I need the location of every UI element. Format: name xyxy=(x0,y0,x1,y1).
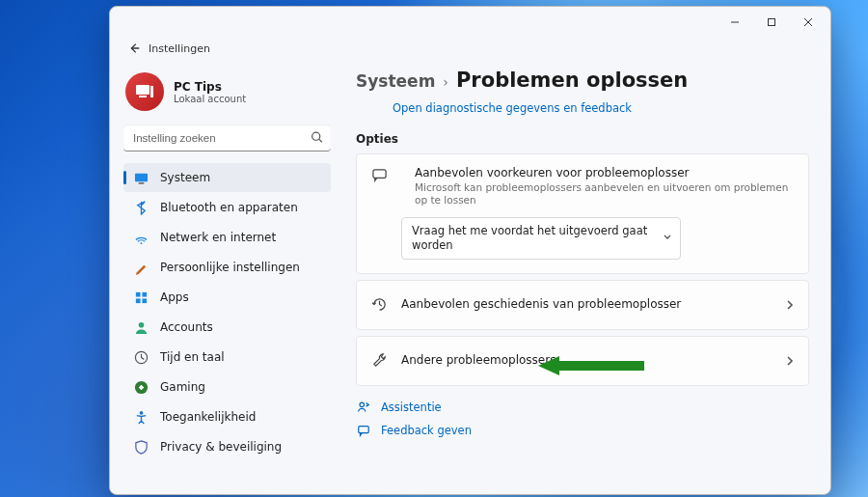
svg-point-22 xyxy=(360,402,364,406)
other-troubleshooters-row[interactable]: Andere probleemoplossers xyxy=(356,336,809,386)
avatar xyxy=(125,72,164,111)
wrench-icon xyxy=(370,352,388,370)
history-icon xyxy=(370,296,388,314)
titlebar xyxy=(110,7,830,38)
sidebar-item-privacy[interactable]: Privacy & beveiliging xyxy=(123,432,331,461)
sidebar-item-apps[interactable]: Apps xyxy=(123,283,331,312)
system-icon xyxy=(133,170,149,185)
sidebar-item-label: Apps xyxy=(160,290,189,304)
sidebar-item-label: Gaming xyxy=(160,380,205,394)
back-button[interactable] xyxy=(123,38,145,59)
profile-subtitle: Lokaal account xyxy=(174,94,246,104)
svg-rect-16 xyxy=(142,298,147,303)
search-box[interactable] xyxy=(123,124,331,152)
maximize-button[interactable] xyxy=(753,9,790,36)
history-row[interactable]: Aanbevolen geschiedenis van probleemoplo… xyxy=(356,280,809,330)
svg-rect-13 xyxy=(135,291,140,296)
sidebar-item-label: Accounts xyxy=(160,320,213,334)
sidebar-item-label: Persoonlijke instellingen xyxy=(160,261,300,274)
privacy-icon xyxy=(133,439,149,455)
breadcrumb-parent[interactable]: Systeem xyxy=(356,71,435,91)
svg-point-20 xyxy=(139,410,143,414)
sidebar: PC Tips Lokaal account Systeem xyxy=(110,59,340,494)
svg-rect-5 xyxy=(136,85,149,95)
chevron-right-icon xyxy=(785,351,795,370)
time-icon xyxy=(133,349,149,365)
sidebar-item-label: Tijd en taal xyxy=(160,350,225,364)
svg-rect-21 xyxy=(372,169,385,178)
breadcrumb-separator: › xyxy=(443,74,448,90)
svg-rect-11 xyxy=(138,182,144,183)
svg-rect-6 xyxy=(139,96,147,97)
sidebar-item-label: Toegankelijkheid xyxy=(160,410,256,424)
help-link[interactable]: Assistentie xyxy=(356,400,809,415)
svg-rect-14 xyxy=(142,291,147,296)
feedback-link[interactable]: Feedback geven xyxy=(356,423,809,438)
sidebar-item-label: Netwerk en internet xyxy=(160,231,276,244)
network-icon xyxy=(133,230,149,245)
help-icon xyxy=(356,400,371,415)
svg-point-17 xyxy=(138,321,144,327)
sidebar-item-accessibility[interactable]: Toegankelijkheid xyxy=(123,402,331,431)
feedback-label: Feedback geven xyxy=(381,424,472,437)
accessibility-icon xyxy=(133,409,149,425)
help-label: Assistentie xyxy=(381,400,442,414)
svg-rect-1 xyxy=(769,19,775,26)
nav-list: Systeem Bluetooth en apparaten Netwerk e… xyxy=(123,163,331,461)
apps-icon xyxy=(133,290,149,305)
pref-selected: Vraag het me voordat het uitgevoerd gaat… xyxy=(412,224,647,252)
sidebar-item-time-language[interactable]: Tijd en taal xyxy=(123,343,331,372)
row-title: Aanbevolen geschiedenis van probleemoplo… xyxy=(401,297,777,313)
chat-icon xyxy=(370,166,388,183)
sidebar-item-label: Privacy & beveiliging xyxy=(160,440,282,454)
settings-window: Instellingen PC Tips Lokaal account xyxy=(109,6,831,495)
bluetooth-icon xyxy=(133,200,149,215)
minimize-button[interactable] xyxy=(717,9,753,36)
app-title: Instellingen xyxy=(149,42,210,55)
sidebar-item-label: Systeem xyxy=(160,171,210,184)
gaming-icon xyxy=(133,379,149,395)
main-content: Systeem › Problemen oplossen Open diagno… xyxy=(340,59,830,494)
pref-title: Aanbevolen voorkeuren voor probleemoplos… xyxy=(415,166,795,181)
sidebar-item-accounts[interactable]: Accounts xyxy=(123,313,331,342)
svg-rect-10 xyxy=(134,173,147,180)
sidebar-item-label: Bluetooth en apparaten xyxy=(160,201,298,214)
section-title: Opties xyxy=(356,132,809,146)
svg-rect-7 xyxy=(150,86,153,97)
row-title: Andere probleemoplossers xyxy=(401,353,777,369)
sidebar-item-bluetooth[interactable]: Bluetooth en apparaten xyxy=(123,193,331,222)
search-icon xyxy=(311,129,323,148)
sidebar-item-network[interactable]: Netwerk en internet xyxy=(123,223,331,252)
page-title: Problemen oplossen xyxy=(456,69,688,92)
search-input[interactable] xyxy=(123,124,331,152)
personalization-icon xyxy=(133,260,149,275)
diagnostic-link[interactable]: Open diagnostische gegevens en feedback xyxy=(393,101,809,115)
preferences-card: Aanbevolen voorkeuren voor probleemoplos… xyxy=(356,153,809,274)
svg-rect-15 xyxy=(135,298,140,303)
profile-block[interactable]: PC Tips Lokaal account xyxy=(125,72,329,111)
chevron-down-icon xyxy=(663,231,672,245)
breadcrumb: Systeem › Problemen oplossen xyxy=(356,69,809,92)
profile-name: PC Tips xyxy=(174,80,246,94)
sidebar-item-gaming[interactable]: Gaming xyxy=(123,373,331,401)
feedback-icon xyxy=(356,423,371,438)
svg-line-9 xyxy=(319,139,322,142)
svg-point-8 xyxy=(312,132,320,140)
pref-subtitle: Microsoft kan probleemoplossers aanbevel… xyxy=(415,181,795,207)
chevron-right-icon xyxy=(785,295,795,314)
sidebar-item-personalization[interactable]: Persoonlijke instellingen xyxy=(123,253,331,282)
pref-dropdown[interactable]: Vraag het me voordat het uitgevoerd gaat… xyxy=(401,217,681,260)
svg-rect-23 xyxy=(359,426,369,432)
sidebar-item-system[interactable]: Systeem xyxy=(123,163,331,192)
svg-point-12 xyxy=(140,242,142,244)
accounts-icon xyxy=(133,319,149,335)
close-button[interactable] xyxy=(790,9,827,36)
